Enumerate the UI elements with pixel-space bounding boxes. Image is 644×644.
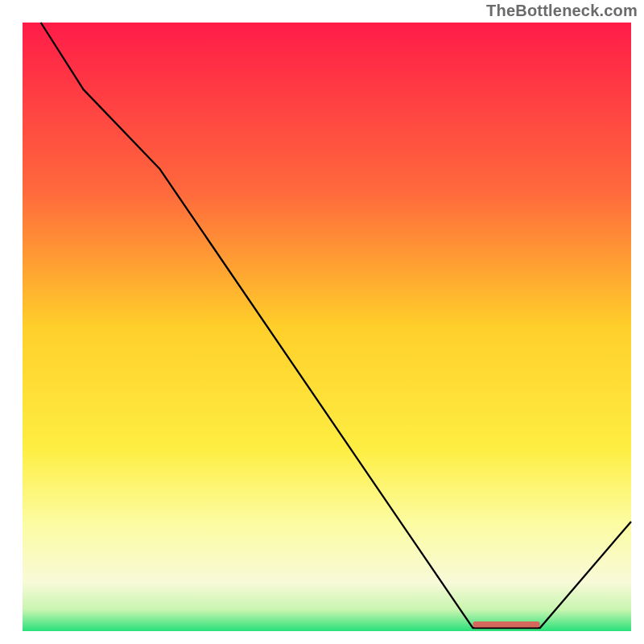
- gradient-background: [23, 23, 631, 631]
- optimal-range-marker: [473, 621, 539, 628]
- bottleneck-chart: TheBottleneck.com: [0, 0, 644, 644]
- watermark-label: TheBottleneck.com: [486, 2, 638, 20]
- chart-canvas: [0, 0, 644, 644]
